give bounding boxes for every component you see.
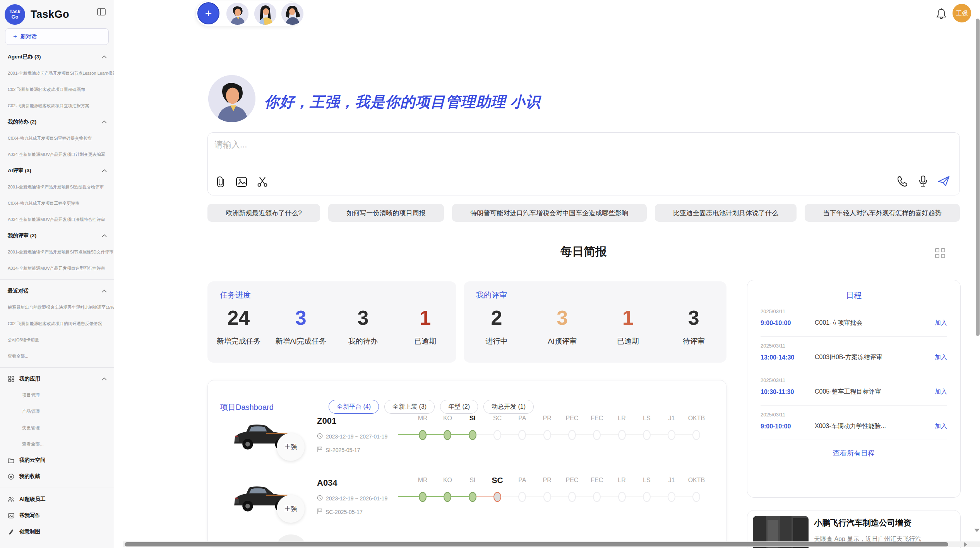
milestone-dot[interactable] [518,430,526,440]
milestone-dot[interactable] [444,492,451,502]
suggestion-chip[interactable]: 特朗普可能对进口汽车增税会对中国车企造成哪些影响 [452,204,647,222]
project-owner-name: 王强 [284,505,297,513]
milestone-dot[interactable] [668,492,675,502]
milestone-dot[interactable] [543,430,551,440]
sidebar-section-header[interactable]: 我的待办 (2) [0,114,114,130]
suggestion-chip[interactable]: 欧洲新规最近颁布了什么? [207,204,320,222]
milestone-dot[interactable] [593,492,601,502]
milestone-label: SI [460,411,485,426]
collapse-sidebar-icon[interactable] [97,7,106,16]
milestone-dot[interactable] [643,492,651,502]
project-name: A034 [317,478,338,488]
project-row[interactable]: 王强 A034 2023-12-19 ~ 2026-01-19 [208,473,726,534]
sidebar-section-header[interactable]: Agent已办 (3) [0,49,114,65]
milestone-dot[interactable] [469,430,476,440]
suggestion-chip[interactable]: 比亚迪全固态电池计划具体说了什么 [655,204,797,222]
milestone-dot[interactable] [668,430,675,440]
milestone-dot[interactable] [543,492,551,502]
sidebar-section-header[interactable]: 我的评审 (2) [0,228,114,244]
attachment-icon[interactable] [214,176,227,188]
my-cloud-row[interactable]: 我的云空间 [0,452,114,468]
chevron-up-icon[interactable] [102,377,107,380]
session-avatar-woman-dark-top[interactable] [281,3,303,25]
my-apps-row[interactable]: 我的应用 [0,371,114,387]
milestone-dot[interactable] [643,430,651,440]
milestone-dot[interactable] [593,430,601,440]
app-shortcut-item[interactable]: 变更管理 [0,420,114,436]
scroll-right-arrow-icon[interactable] [964,542,967,547]
milestone-dot[interactable] [618,430,626,440]
milestone-dot[interactable] [493,430,501,440]
milestone-dot[interactable] [568,492,576,502]
session-avatar-woman-long-hair[interactable] [254,3,276,25]
sidebar-item[interactable]: C02-飞腾新能源轻客改款项目立项汇报方案 [0,98,114,114]
phone-call-icon[interactable] [896,175,908,187]
milestone-dot[interactable] [419,430,427,440]
sidebar-item[interactable]: C0X4-动力总成开发项目SI里程碑提交物检查 [0,130,114,146]
milestone-dot[interactable] [469,492,476,502]
scroll-down-arrow-icon[interactable] [974,529,980,532]
chat-input[interactable] [214,139,795,166]
chevron-up-icon[interactable] [102,289,107,293]
sidebar-item[interactable]: A034-全新新能源MUV产品开发项目计划变更表编写 [0,146,114,163]
milestone: LR [609,473,634,505]
recent-chat-item[interactable]: 解释最新出台的欧盟报废车法规再生塑料比例被调至15%... [0,299,114,315]
milestone-dot[interactable] [518,492,526,502]
sidebar-item[interactable]: A034-全新新能源MUV产品开发项目造型可行性评审 [0,260,114,276]
app-shortcut-item[interactable]: 产品管理 [0,403,114,420]
chevron-up-icon[interactable] [102,169,107,172]
creative-draw-row[interactable]: 创意制图 [0,524,114,540]
session-avatar-man[interactable] [226,3,248,25]
scissors-icon[interactable] [256,176,269,188]
project-row[interactable]: 王强 Z001 2023-12-19 ~ 2027-01-19 [208,411,726,473]
milestone-dot[interactable] [493,492,501,502]
new-chat-button[interactable]: + 新对话 [5,28,109,45]
milestone-dot[interactable] [444,430,451,440]
milestone: OKTB [684,411,709,443]
join-meeting-link[interactable]: 加入 [935,353,947,361]
milestone-dot[interactable] [692,430,700,440]
add-session-button[interactable]: + [197,2,219,24]
join-meeting-link[interactable]: 加入 [935,388,947,396]
vertical-scrollbar-thumb[interactable] [976,19,980,336]
briefing-layout-icon[interactable] [935,248,946,259]
chevron-up-icon[interactable] [102,234,107,237]
app-shortcut-item[interactable]: 查看全部... [0,436,114,452]
notification-bell-icon[interactable] [936,8,947,20]
milestone-dot[interactable] [568,430,576,440]
chevron-up-icon[interactable] [102,55,107,58]
sidebar-item[interactable]: A034-全新新能源MUV产品开发项目法规符合性评审 [0,211,114,228]
sidebar-item[interactable]: Z001-全新燃油皮卡产品开发项目SI节点Lesson Learn报告 [0,65,114,81]
image-upload-icon[interactable] [235,176,248,188]
join-meeting-link[interactable]: 加入 [935,422,947,430]
recent-chat-item[interactable]: C02-飞腾新能源轻客改款项目的闭环通告反馈情况 [0,315,114,332]
suggestion-chip[interactable]: 当下年轻人对汽车外观有怎样的喜好趋势 [805,204,960,222]
sidebar-item[interactable]: Z001-全新燃油轻卡产品开发项目SI造型提交物评审 [0,179,114,195]
flag-icon [317,508,322,515]
sidebar-scroll-area: Agent已办 (3) Z001-全新燃油皮卡产品开发项目SI节点Lesson … [0,49,114,540]
milestone-dot[interactable] [692,492,700,502]
recent-chat-item[interactable]: 公司Q3轻卡销量 [0,332,114,348]
sidebar-item[interactable]: Z001-全新燃油轻卡产品开发项目SI节点属性5D文件评审 [0,244,114,260]
user-avatar[interactable]: 王强 [953,4,971,22]
horizontal-scrollbar-thumb[interactable] [125,542,948,546]
sidebar-section-header[interactable]: AI评审 (3) [0,163,114,179]
sidebar-item[interactable]: C02-飞腾新能源轻客改款项目里程碑画布 [0,81,114,98]
ai-staff-row[interactable]: AI超级员工 [0,491,114,507]
join-meeting-link[interactable]: 加入 [935,319,947,327]
stat-label: 已逾期 [595,336,661,346]
sidebar-item[interactable]: C0X4-动力总成开发项目工程变更评审 [0,195,114,211]
microphone-icon[interactable] [917,175,929,187]
milestone-dot[interactable] [618,492,626,502]
view-all-schedule-link[interactable]: 查看所有日程 [761,449,947,458]
my-favorites-row[interactable]: 我的收藏 [0,468,114,485]
app-shortcut-item[interactable]: 项目管理 [0,387,114,403]
chevron-up-icon[interactable] [102,120,107,123]
milestone-dot[interactable] [419,492,427,502]
milestone: PEC [560,411,584,443]
sidebar-recent-header[interactable]: 最近对话 [0,283,114,299]
send-icon[interactable] [938,175,950,187]
write-helper-row[interactable]: 帮我写作 [0,507,114,524]
recent-view-all[interactable]: 查看全部... [0,348,114,364]
suggestion-chip[interactable]: 如何写一份清晰的项目周报 [328,204,444,222]
